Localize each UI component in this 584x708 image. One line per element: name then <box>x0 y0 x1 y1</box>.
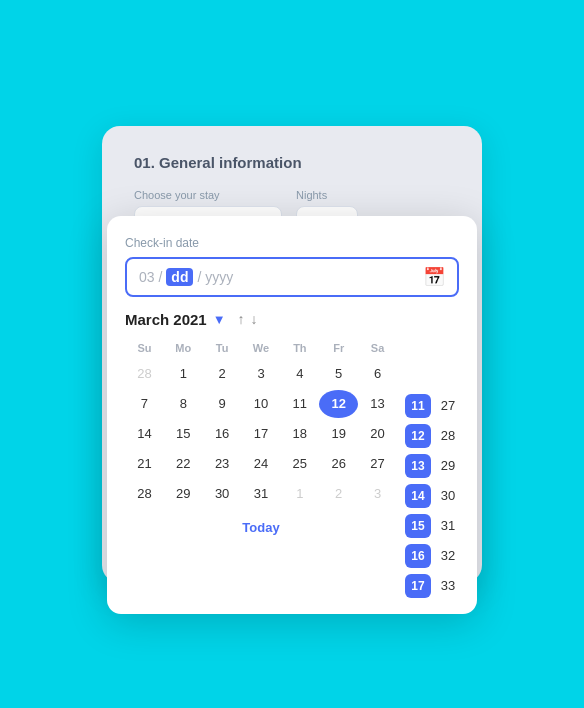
month-title: March 2021 <box>125 311 207 328</box>
calendar-popup: Check-in date 03 / dd / yyyy 📅 March 202… <box>107 216 477 614</box>
today-button-row: Today <box>125 518 397 536</box>
cal-day[interactable]: 30 <box>203 480 242 508</box>
calendar-body: SuMoTuWeThFrSa 2812345678910111213141516… <box>125 340 459 600</box>
cal-day[interactable]: 31 <box>242 480 281 508</box>
week-extra-num: 28 <box>437 428 459 443</box>
week-num-badge: 13 <box>405 454 431 478</box>
date-day-highlight: dd <box>166 268 193 286</box>
week-num-badge: 17 <box>405 574 431 598</box>
cal-day[interactable]: 7 <box>125 390 164 418</box>
week-num-badge: 12 <box>405 424 431 448</box>
cal-day[interactable]: 3 <box>358 480 397 508</box>
cal-day[interactable]: 17 <box>242 420 281 448</box>
weekday-label: We <box>242 340 281 356</box>
date-part1: 03 / <box>139 269 162 285</box>
calendar-header: March 2021 ▼ ↑ ↓ <box>125 311 459 328</box>
weekday-label: Su <box>125 340 164 356</box>
cal-day[interactable]: 4 <box>280 360 319 388</box>
today-button[interactable]: Today <box>242 520 279 535</box>
side-week-row: 1228 <box>405 422 459 450</box>
cal-weekdays: SuMoTuWeThFrSa <box>125 340 397 356</box>
week-num-badge: 11 <box>405 394 431 418</box>
side-week-row: 1430 <box>405 482 459 510</box>
cal-day[interactable]: 13 <box>358 390 397 418</box>
cal-day[interactable]: 25 <box>280 450 319 478</box>
week-extra-num: 31 <box>437 518 459 533</box>
cal-day[interactable]: 10 <box>242 390 281 418</box>
section-title: 01. General information <box>134 154 450 171</box>
week-extra-num: 30 <box>437 488 459 503</box>
side-week-row: 1632 <box>405 542 459 570</box>
cal-day[interactable]: 6 <box>358 360 397 388</box>
cal-day[interactable]: 1 <box>164 360 203 388</box>
date-input[interactable]: 03 / dd / yyyy 📅 <box>125 257 459 297</box>
week-extra-num: 33 <box>437 578 459 593</box>
checkin-label: Check-in date <box>125 236 459 250</box>
cal-day[interactable]: 24 <box>242 450 281 478</box>
cal-day[interactable]: 28 <box>125 480 164 508</box>
week-extra-num: 32 <box>437 548 459 563</box>
cal-day[interactable]: 19 <box>319 420 358 448</box>
week-extra-num: 29 <box>437 458 459 473</box>
week-extra-num: 27 <box>437 398 459 413</box>
cal-day[interactable]: 5 <box>319 360 358 388</box>
cal-day[interactable]: 2 <box>319 480 358 508</box>
prev-month-icon[interactable]: ↑ <box>238 312 245 326</box>
cal-day[interactable]: 21 <box>125 450 164 478</box>
month-dropdown-icon[interactable]: ▼ <box>213 312 226 327</box>
cal-day[interactable]: 14 <box>125 420 164 448</box>
cal-days: 2812345678910111213141516171819202122232… <box>125 360 397 508</box>
side-week-row: 1329 <box>405 452 459 480</box>
cal-day[interactable]: 28 <box>125 360 164 388</box>
weekday-label: Th <box>280 340 319 356</box>
cal-day[interactable]: 3 <box>242 360 281 388</box>
cal-day[interactable]: 2 <box>203 360 242 388</box>
next-month-icon[interactable]: ↓ <box>251 312 258 326</box>
week-num-badge: 15 <box>405 514 431 538</box>
cal-day[interactable]: 23 <box>203 450 242 478</box>
weekday-label: Tu <box>203 340 242 356</box>
calendar-icon[interactable]: 📅 <box>423 266 445 288</box>
weekday-label: Mo <box>164 340 203 356</box>
stay-label: Choose your stay <box>134 189 282 201</box>
week-num-badge: 14 <box>405 484 431 508</box>
nights-label: Nights <box>296 189 358 201</box>
cal-main: SuMoTuWeThFrSa 2812345678910111213141516… <box>125 340 397 600</box>
weekday-label: Sa <box>358 340 397 356</box>
cal-day[interactable]: 1 <box>280 480 319 508</box>
date-part2: / yyyy <box>197 269 233 285</box>
cal-day[interactable]: 8 <box>164 390 203 418</box>
cal-day[interactable]: 29 <box>164 480 203 508</box>
cal-day[interactable]: 18 <box>280 420 319 448</box>
side-weeks: 1127122813291430153116321733 <box>405 370 459 600</box>
side-week-row: 1733 <box>405 572 459 600</box>
week-num-badge: 16 <box>405 544 431 568</box>
nav-arrows: ↑ ↓ <box>238 312 258 326</box>
cal-day[interactable]: 20 <box>358 420 397 448</box>
cal-day[interactable]: 27 <box>358 450 397 478</box>
cal-day[interactable]: 16 <box>203 420 242 448</box>
weekday-label: Fr <box>319 340 358 356</box>
cal-day[interactable]: 12 <box>319 390 358 418</box>
cal-day[interactable]: 15 <box>164 420 203 448</box>
cal-day[interactable]: 11 <box>280 390 319 418</box>
cal-day[interactable]: 26 <box>319 450 358 478</box>
cal-day[interactable]: 22 <box>164 450 203 478</box>
side-week-row: 1531 <box>405 512 459 540</box>
general-info-card: 01. General information Choose your stay… <box>102 126 482 583</box>
side-week-row: 1127 <box>405 392 459 420</box>
cal-day[interactable]: 9 <box>203 390 242 418</box>
